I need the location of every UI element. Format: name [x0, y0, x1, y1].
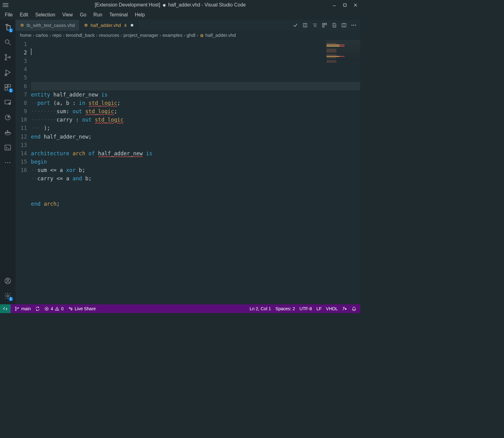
branch-name: main — [21, 306, 31, 311]
line-number[interactable]: 10 — [15, 116, 27, 124]
line-number[interactable]: 3 — [15, 57, 27, 65]
svg-point-31 — [7, 295, 9, 297]
code-line[interactable] — [31, 183, 360, 191]
line-number[interactable]: 14 — [15, 149, 27, 158]
code-line[interactable]: ··sum <= a xor b; — [31, 166, 360, 174]
eol[interactable]: LF — [316, 306, 322, 311]
language-mode[interactable]: VHDL — [326, 306, 338, 311]
code-line[interactable] — [31, 74, 360, 82]
check-icon[interactable] — [293, 23, 298, 28]
close-button[interactable] — [353, 3, 358, 7]
menu-help[interactable]: Help — [132, 11, 148, 19]
explorer-icon[interactable]: 1 — [3, 23, 12, 32]
run-debug-icon[interactable] — [3, 68, 12, 77]
remote-icon[interactable] — [3, 98, 12, 107]
split-editor-icon[interactable] — [341, 23, 347, 28]
minimize-button[interactable] — [332, 3, 336, 7]
teros-icon[interactable] — [3, 113, 12, 122]
search-icon[interactable] — [3, 38, 12, 47]
menu-edit[interactable]: Edit — [17, 11, 31, 19]
line-number[interactable]: 8 — [15, 99, 27, 107]
crumb-8[interactable]: half_adder.vhd — [199, 33, 236, 38]
app-menu-icon[interactable] — [3, 3, 9, 6]
code-line[interactable]: end half_adder_new; — [31, 132, 360, 141]
gear-icon[interactable]: 1 — [3, 291, 12, 300]
encoding[interactable]: UTF-8 — [300, 306, 312, 311]
code-line[interactable] — [31, 191, 360, 200]
code-line[interactable]: begin — [31, 158, 360, 166]
code-line[interactable] — [31, 141, 360, 149]
line-number[interactable]: 6 — [15, 82, 27, 90]
code-line[interactable] — [31, 82, 360, 90]
line-number[interactable]: 9 — [15, 107, 27, 116]
code-line[interactable]: ··port (a, b : in std_logic; — [31, 99, 360, 107]
crumb-6[interactable]: examples — [163, 33, 182, 38]
code[interactable]: entity half_adder_new is··port (a, b : i… — [31, 40, 360, 304]
line-number[interactable]: 2 — [15, 49, 27, 57]
extensions-icon[interactable]: 1 — [3, 83, 12, 92]
svg-point-8 — [9, 57, 11, 58]
docker-icon[interactable] — [3, 128, 12, 137]
activitybar: 1 1 — [0, 20, 15, 304]
crumb-2[interactable]: repo — [52, 33, 62, 38]
more-actions-icon[interactable] — [351, 23, 356, 28]
code-line[interactable]: ········carry : out std_logic — [31, 116, 360, 124]
bell-icon[interactable] — [352, 306, 357, 311]
line-number[interactable]: 11 — [15, 124, 27, 132]
svg-point-65 — [352, 25, 352, 26]
svg-rect-13 — [5, 88, 7, 90]
chevron-right-icon: › — [49, 33, 51, 38]
menu-run[interactable]: Run — [90, 11, 105, 19]
cursor-position[interactable]: Ln 2, Col 1 — [250, 306, 271, 311]
code-line[interactable]: ··carry <= a and b; — [31, 174, 360, 183]
menu-selection[interactable]: Selection — [32, 11, 58, 19]
code-line[interactable]: ····); — [31, 124, 360, 132]
list-icon[interactable] — [312, 23, 318, 28]
line-number[interactable]: 13 — [15, 141, 27, 149]
feedback-icon[interactable] — [342, 306, 347, 311]
code-line[interactable]: architecture arch of half_adder_new is — [31, 149, 360, 158]
live-share[interactable]: Live Share — [68, 306, 96, 311]
line-number[interactable]: 4 — [15, 65, 27, 74]
line-number[interactable]: 7 — [15, 90, 27, 99]
menu-file[interactable]: File — [2, 11, 16, 19]
editor[interactable]: 12345678910111213141516 entity half_adde… — [15, 40, 360, 304]
title-file: half_adder.vhd — [168, 2, 200, 8]
minimap[interactable] — [325, 40, 360, 61]
crumb-4[interactable]: resources — [99, 33, 119, 38]
menu-view[interactable]: View — [59, 11, 76, 19]
terminal-panel-icon[interactable] — [3, 143, 12, 152]
tab-0[interactable]: tb_with_test_cases.vhd — [15, 20, 79, 31]
menu-go[interactable]: Go — [77, 11, 89, 19]
crumb-0[interactable]: home — [20, 33, 32, 38]
code-line[interactable]: ········sum: out std_logic; — [31, 107, 360, 116]
schematic-icon[interactable] — [322, 23, 327, 28]
breadcrumb[interactable]: home›carlos›repo›teroshdl_back›resources… — [15, 31, 360, 40]
svg-rect-12 — [8, 84, 11, 87]
sync-button[interactable] — [35, 306, 40, 311]
crumb-3[interactable]: teroshdl_back — [66, 33, 95, 38]
new-file-icon[interactable] — [332, 23, 337, 28]
code-line[interactable]: entity half_adder_new is — [31, 90, 360, 99]
line-number[interactable]: 1 — [15, 40, 27, 48]
remote-indicator[interactable] — [0, 304, 11, 313]
source-control-icon[interactable] — [3, 53, 12, 62]
tab-1[interactable]: half_adder.vhd4 — [79, 20, 138, 31]
maximize-button[interactable] — [343, 3, 347, 7]
more-icon[interactable] — [3, 158, 12, 167]
book-icon[interactable] — [302, 23, 308, 28]
account-icon[interactable] — [3, 277, 12, 286]
git-branch[interactable]: main — [15, 306, 31, 311]
line-number[interactable]: 12 — [15, 132, 27, 141]
indentation[interactable]: Spaces: 2 — [275, 306, 295, 311]
menu-terminal[interactable]: Terminal — [106, 11, 131, 19]
line-number[interactable]: 15 — [15, 158, 27, 166]
crumb-7[interactable]: ghdl — [186, 33, 195, 38]
line-number[interactable]: 16 — [15, 166, 27, 174]
crumb-1[interactable]: carlos — [36, 33, 48, 38]
line-number[interactable]: 5 — [15, 74, 27, 82]
crumb-5[interactable]: project_manager — [123, 33, 158, 38]
svg-rect-11 — [5, 84, 7, 87]
code-line[interactable]: end arch; — [31, 200, 360, 208]
problems-status[interactable]: 4 0 — [45, 306, 64, 311]
